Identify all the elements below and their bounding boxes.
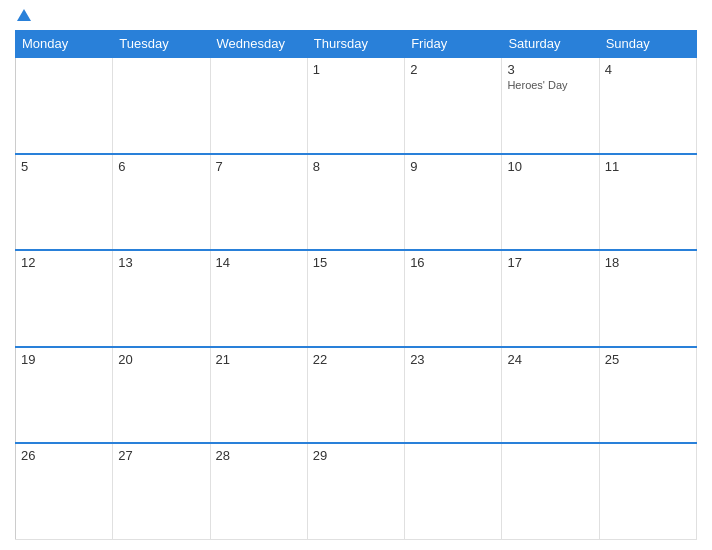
calendar-cell: 12	[16, 250, 113, 347]
calendar-table: MondayTuesdayWednesdayThursdayFridaySatu…	[15, 30, 697, 540]
day-number: 25	[605, 352, 691, 367]
day-number: 29	[313, 448, 399, 463]
day-number: 2	[410, 62, 496, 77]
calendar-cell	[113, 57, 210, 154]
day-header-thursday: Thursday	[307, 31, 404, 58]
day-number: 15	[313, 255, 399, 270]
header	[15, 10, 697, 22]
day-number: 13	[118, 255, 204, 270]
day-number: 12	[21, 255, 107, 270]
calendar-cell: 23	[405, 347, 502, 444]
day-number: 20	[118, 352, 204, 367]
calendar-cell: 13	[113, 250, 210, 347]
calendar-cell: 29	[307, 443, 404, 540]
calendar-cell: 11	[599, 154, 696, 251]
calendar-cell: 9	[405, 154, 502, 251]
calendar-cell: 17	[502, 250, 599, 347]
calendar-cell: 15	[307, 250, 404, 347]
week-row-2: 567891011	[16, 154, 697, 251]
calendar-cell: 20	[113, 347, 210, 444]
calendar-cell: 10	[502, 154, 599, 251]
calendar-cell	[405, 443, 502, 540]
calendar-header-row: MondayTuesdayWednesdayThursdayFridaySatu…	[16, 31, 697, 58]
calendar-cell: 24	[502, 347, 599, 444]
day-number: 4	[605, 62, 691, 77]
calendar-cell: 5	[16, 154, 113, 251]
calendar-cell: 18	[599, 250, 696, 347]
calendar-cell	[16, 57, 113, 154]
day-number: 1	[313, 62, 399, 77]
week-row-1: 123Heroes' Day4	[16, 57, 697, 154]
calendar-cell: 8	[307, 154, 404, 251]
logo	[15, 10, 31, 22]
calendar-cell: 19	[16, 347, 113, 444]
day-number: 7	[216, 159, 302, 174]
day-number: 24	[507, 352, 593, 367]
day-number: 14	[216, 255, 302, 270]
day-number: 28	[216, 448, 302, 463]
day-header-sunday: Sunday	[599, 31, 696, 58]
day-number: 17	[507, 255, 593, 270]
day-number: 18	[605, 255, 691, 270]
calendar-cell	[210, 57, 307, 154]
day-number: 8	[313, 159, 399, 174]
week-row-4: 19202122232425	[16, 347, 697, 444]
day-number: 10	[507, 159, 593, 174]
calendar-cell: 4	[599, 57, 696, 154]
week-row-5: 26272829	[16, 443, 697, 540]
calendar-cell: 27	[113, 443, 210, 540]
day-number: 21	[216, 352, 302, 367]
day-header-tuesday: Tuesday	[113, 31, 210, 58]
calendar-cell: 25	[599, 347, 696, 444]
day-number: 27	[118, 448, 204, 463]
day-event: Heroes' Day	[507, 79, 593, 91]
calendar-cell: 7	[210, 154, 307, 251]
day-header-saturday: Saturday	[502, 31, 599, 58]
day-number: 16	[410, 255, 496, 270]
calendar-page: MondayTuesdayWednesdayThursdayFridaySatu…	[0, 0, 712, 550]
day-header-monday: Monday	[16, 31, 113, 58]
day-number: 3	[507, 62, 593, 77]
day-header-friday: Friday	[405, 31, 502, 58]
calendar-cell	[502, 443, 599, 540]
week-row-3: 12131415161718	[16, 250, 697, 347]
calendar-cell: 1	[307, 57, 404, 154]
calendar-cell: 6	[113, 154, 210, 251]
calendar-cell: 2	[405, 57, 502, 154]
calendar-cell: 16	[405, 250, 502, 347]
calendar-cell: 28	[210, 443, 307, 540]
calendar-cell: 22	[307, 347, 404, 444]
day-number: 6	[118, 159, 204, 174]
day-number: 23	[410, 352, 496, 367]
calendar-cell: 21	[210, 347, 307, 444]
day-header-wednesday: Wednesday	[210, 31, 307, 58]
day-number: 5	[21, 159, 107, 174]
calendar-cell: 14	[210, 250, 307, 347]
logo-triangle-icon	[17, 9, 31, 21]
day-number: 26	[21, 448, 107, 463]
day-number: 22	[313, 352, 399, 367]
day-number: 19	[21, 352, 107, 367]
day-number: 9	[410, 159, 496, 174]
calendar-cell: 26	[16, 443, 113, 540]
calendar-cell: 3Heroes' Day	[502, 57, 599, 154]
day-number: 11	[605, 159, 691, 174]
calendar-cell	[599, 443, 696, 540]
